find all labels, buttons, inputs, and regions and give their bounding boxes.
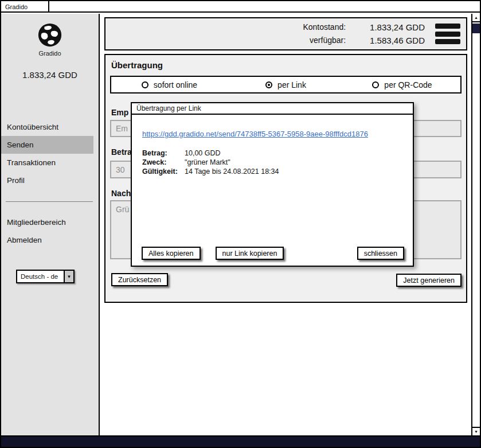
hamburger-bar (435, 24, 460, 29)
radio-per-qr-code[interactable]: per QR-Code (344, 77, 460, 92)
chevron-down-icon[interactable]: ▼ (64, 271, 73, 282)
modal-actions: Alles kopieren nur Link kopieren schlies… (142, 247, 404, 260)
close-button[interactable]: schliessen (357, 247, 404, 260)
radio-sofort-online-label: sofort online (154, 80, 197, 89)
sidebar-item-abmelden[interactable]: Abmelden (1, 231, 93, 249)
bottom-bar (1, 435, 480, 447)
language-select[interactable]: Deutsch - de ▼ (16, 270, 75, 283)
betrag-label: Betrag: (142, 149, 183, 158)
balance-summary: Kontostand: 1.833,24 GDD verfügbar: 1.58… (303, 22, 425, 45)
modal-titlebar: Übertragung per Link (132, 103, 413, 115)
transfer-mode-group: sofort online per Link per QR-Code (110, 76, 462, 94)
generate-button[interactable]: Jetzt generieren (396, 274, 462, 287)
recipient-label: Emp (111, 108, 128, 117)
hamburger-bar (435, 32, 460, 37)
radio-per-link-label: per Link (277, 80, 306, 89)
sidebar-item-profil[interactable]: Profil (1, 172, 93, 189)
radio-selected-icon (265, 81, 272, 88)
amount-label: Betra (111, 147, 132, 157)
section-title: Übertragung (111, 60, 163, 70)
language-value: Deutsch - de (17, 271, 64, 282)
sidebar-item-senden[interactable]: Senden (1, 136, 93, 154)
gradido-logo: Gradido (1, 22, 99, 57)
scroll-down-icon[interactable]: ▼ (472, 427, 480, 435)
kontostand-label: Kontostand: (303, 22, 346, 32)
hamburger-bar (435, 39, 460, 44)
main-area: Kontostand: 1.833,24 GDD verfügbar: 1.58… (101, 14, 471, 435)
logo-label: Gradido (1, 50, 99, 57)
window-titlebar: Gradido (1, 1, 480, 13)
gueltigkeit-value: 14 Tage bis 24.08.2021 18:34 (185, 167, 279, 176)
sidebar-item-kontouebersicht[interactable]: Kontoübersicht (1, 118, 93, 136)
verfuegbar-label: verfügbar: (303, 36, 346, 45)
message-label: Nach (111, 189, 131, 198)
hamburger-menu-icon[interactable] (435, 24, 460, 44)
sidebar-item-transaktionen[interactable]: Transaktionen (1, 154, 93, 172)
zweck-value: "grüner Markt" (185, 158, 279, 167)
verfuegbar-value: 1.583,46 GDD (370, 36, 425, 45)
link-details: Betrag: 10,00 GDD Zweck: "grüner Markt" … (142, 149, 279, 176)
scrollbar-thumb[interactable] (472, 24, 480, 33)
window-title: Gradido (1, 1, 49, 13)
sidebar-secondary-nav: Mitgliederbereich Abmelden (1, 213, 99, 249)
radio-sofort-online[interactable]: sofort online (111, 77, 228, 92)
sidebar-nav: Kontoübersicht Senden Transaktionen Prof… (1, 118, 99, 189)
window-title-text: Gradido (5, 3, 28, 10)
betrag-value: 10,00 GDD (185, 149, 279, 158)
sidebar-item-mitgliederbereich[interactable]: Mitgliederbereich (1, 213, 93, 231)
transfer-link-modal: Übertragung per Link https://gdd.gradido… (131, 102, 414, 267)
kontostand-value: 1.833,24 GDD (370, 22, 425, 32)
radio-icon (142, 81, 148, 88)
copy-all-button[interactable]: Alles kopieren (142, 247, 201, 260)
vertical-scrollbar[interactable]: ▲ ▼ (471, 14, 480, 435)
sidebar: Gradido 1.833,24 GDD Kontoübersicht Send… (1, 14, 100, 435)
reset-button[interactable]: Zurücksetzen (111, 273, 168, 286)
app-window: Gradido Gradido 1.833,24 GDD Kontoübersi… (0, 0, 481, 448)
radio-icon (372, 81, 379, 88)
sidebar-balance: 1.833,24 GDD (1, 70, 99, 80)
modal-title: Übertragung per Link (136, 104, 201, 112)
sidebar-divider (6, 201, 93, 202)
copy-link-button[interactable]: nur Link kopieren (216, 247, 284, 260)
scroll-up-icon[interactable]: ▲ (472, 14, 480, 22)
balance-header: Kontostand: 1.833,24 GDD verfügbar: 1.58… (104, 17, 467, 50)
radio-per-link[interactable]: per Link (228, 77, 344, 92)
radio-per-qr-code-label: per QR-Code (384, 80, 432, 89)
globe-icon (37, 22, 63, 48)
transfer-link[interactable]: https://gdd.gradido.net/send/74738ff5-53… (142, 130, 368, 138)
zweck-label: Zweck: (142, 158, 183, 167)
gueltigkeit-label: Gültigkeit: (142, 167, 183, 176)
